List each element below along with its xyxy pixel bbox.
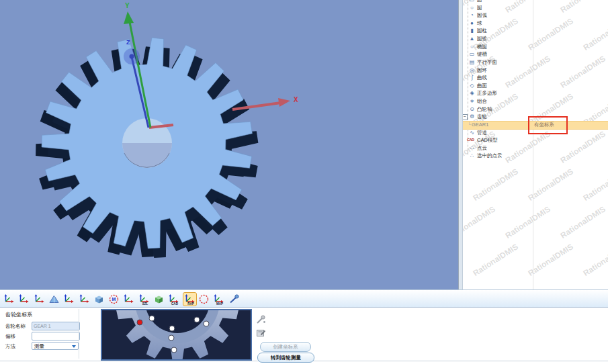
offset-input[interactable]: [32, 332, 80, 340]
tree-item-3[interactable]: ●球: [462, 19, 608, 28]
edit-form-icon[interactable]: [256, 328, 266, 338]
panel-divider: [79, 309, 79, 359]
ellipse-icon: ○: [468, 43, 476, 51]
csys-rap-icon[interactable]: RAP: [183, 292, 197, 306]
svg-text:MAP: MAP: [216, 302, 223, 306]
svg-text:SZL: SZL: [142, 302, 148, 306]
csys-rotate-icon[interactable]: [17, 293, 30, 306]
tree-item-label: 圆柱: [477, 27, 487, 35]
tree-item-13[interactable]: ∗组合: [462, 97, 608, 105]
measure-point-dot: [204, 321, 209, 326]
tree-item-20[interactable]: ∴选中的点云: [462, 152, 608, 160]
csys-toolbar: MSZLCADRAPMAP: [0, 289, 608, 308]
tree-item-2[interactable]: ◔圆弧: [462, 11, 608, 19]
tree-item-8[interactable]: ▤平行平面: [462, 58, 608, 66]
measure-point-dot: [149, 316, 155, 321]
method-select-value: 测量: [34, 343, 44, 349]
method-label: 方法: [5, 343, 15, 350]
tree-item-4[interactable]: ▮圆柱: [462, 27, 608, 35]
csys-new-icon[interactable]: [122, 293, 135, 306]
tree-item-label: 圆弧: [477, 11, 487, 19]
tree-item-label: 圆锥: [477, 35, 487, 43]
gear-name-label: 齿轮名称: [5, 323, 26, 330]
svg-text:RAP: RAP: [187, 302, 194, 306]
tree-item-label: 椭圆: [477, 43, 487, 51]
tree-item-label: CAD模型: [477, 136, 498, 144]
tree-item-label: 齿轮: [477, 113, 487, 121]
gear-3d-scene: X Y Z: [0, 0, 458, 289]
machine-rotate-icon[interactable]: [198, 293, 210, 306]
measure-point-dot: [171, 347, 177, 353]
x-axis-label: X: [294, 96, 298, 103]
curve-icon: ∫: [468, 74, 476, 82]
machine-csys-icon[interactable]: M: [107, 293, 120, 306]
panel-title: 齿轮坐标系: [5, 311, 32, 318]
group-icon: ∗: [468, 97, 476, 105]
measure-point-dot: [169, 326, 175, 331]
slot-icon: ▭: [468, 50, 476, 58]
measure-point-dot: [194, 317, 200, 322]
tree-item-14[interactable]: ⊙凸轮轴: [462, 105, 608, 113]
tree-item-label: 曲线: [477, 74, 487, 82]
gear-icon: ⚙: [468, 113, 476, 121]
3d-viewport[interactable]: X Y Z: [0, 0, 458, 289]
csys-axis-icon[interactable]: [78, 293, 91, 306]
cube-3d-icon[interactable]: [93, 293, 105, 306]
polygon-icon: ◈: [468, 89, 476, 97]
csys-map-icon[interactable]: MAP: [212, 293, 225, 306]
csys-szl-icon[interactable]: SZL: [138, 293, 150, 306]
probe-build-icon[interactable]: [228, 293, 241, 306]
camshaft-icon: ⊙: [468, 105, 476, 113]
tree-item-label: 组合: [477, 97, 487, 105]
tree-item-label: 球: [477, 19, 482, 28]
parallel-planes-icon: ▤: [468, 58, 476, 66]
z-axis-tip: [130, 54, 134, 59]
csys-offset-icon[interactable]: [62, 293, 75, 306]
tree-item-6[interactable]: ○椭圆: [462, 43, 608, 51]
tree-item-19[interactable]: ∴点云: [462, 144, 608, 152]
annotation-box: [528, 116, 568, 134]
csys-cad-icon[interactable]: CAD: [167, 293, 180, 306]
tree-item-7[interactable]: ▭键槽: [462, 50, 608, 58]
gear-name-input[interactable]: [32, 322, 80, 330]
feature-tree: ▭面○圆◔圆弧●球▮圆柱▲圆锥○椭圆▭键槽▤平行平面◎圆环∫曲线◇曲面◈正多边形…: [462, 0, 608, 289]
csys-translate-icon[interactable]: [3, 293, 15, 306]
cylinder-icon: ▮: [468, 27, 476, 35]
tree-item-12[interactable]: ◈正多边形: [462, 89, 608, 97]
tree-item-18[interactable]: CADCAD模型: [462, 136, 608, 144]
method-select[interactable]: 测量: [32, 342, 79, 350]
gear-preview-svg: [102, 310, 251, 359]
tree-item-label: 键槽: [477, 50, 487, 58]
cube-green-icon[interactable]: [153, 293, 165, 306]
offset-label: 偏移: [5, 333, 15, 340]
circle-icon: ○: [468, 4, 476, 12]
measure-point-active-dot: [137, 320, 142, 325]
rationaldmis-app: X Y Z RationalDMISRationalDMISRationalDM…: [0, 0, 608, 364]
tree-item-label: 点云: [477, 144, 487, 152]
z-axis-label: Z: [126, 39, 130, 46]
tree-item-10[interactable]: ∫曲线: [462, 74, 608, 82]
tree-item-label: 曲面: [477, 82, 487, 90]
measure-point-dot: [169, 335, 174, 340]
sphere-icon: ●: [468, 19, 476, 28]
create-csys-button[interactable]: 创建坐标系: [260, 342, 311, 352]
feature-tree-sidebar: RationalDMISRationalDMISRationalDMISRati…: [458, 0, 608, 289]
tree-item-label: 平行平面: [477, 58, 497, 66]
cone-icon: ▲: [468, 35, 476, 43]
probe-icon[interactable]: [256, 314, 266, 324]
csys-plane-icon[interactable]: [48, 293, 60, 306]
tree-item-label: 选中的点云: [477, 152, 503, 160]
pipe-icon: ∿: [468, 129, 476, 137]
sidebar-splitter[interactable]: [459, 0, 463, 289]
tree-item-label: 圆环: [477, 66, 487, 75]
tree-item-11[interactable]: ◇曲面: [462, 82, 608, 90]
tree-item-1[interactable]: ○圆: [462, 4, 608, 12]
y-axis-label: Y: [125, 2, 130, 9]
csys-fit-icon[interactable]: [33, 293, 46, 306]
tree-item-label: 圆: [477, 4, 482, 12]
goto-gear-measure-button[interactable]: 转到齿轮测量: [257, 353, 314, 363]
tree-item-9[interactable]: ◎圆环: [462, 66, 608, 75]
svg-text:M: M: [112, 297, 116, 302]
svg-text:CAD: CAD: [171, 302, 179, 306]
tree-item-5[interactable]: ▲圆锥: [462, 35, 608, 43]
